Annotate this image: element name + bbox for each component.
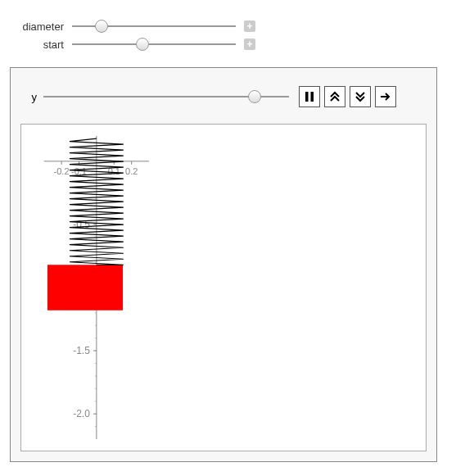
svg-text:0.2: 0.2 bbox=[125, 166, 138, 176]
slower-button[interactable] bbox=[350, 86, 371, 107]
y-thumb[interactable] bbox=[248, 90, 261, 103]
y-slider[interactable] bbox=[43, 90, 289, 103]
plot-area: -0.5-1.0-1.5-2.0-0.2-0.10.10.2 bbox=[33, 136, 414, 439]
y-row: y bbox=[20, 78, 427, 124]
faster-button[interactable] bbox=[324, 86, 345, 107]
plot-svg: -0.5-1.0-1.5-2.0-0.2-0.10.10.2 bbox=[33, 136, 414, 439]
animation-controls bbox=[299, 86, 396, 107]
start-expand-icon[interactable]: + bbox=[244, 39, 255, 50]
start-thumb[interactable] bbox=[136, 38, 149, 51]
output-frame: y -0.5-1.0-1 bbox=[10, 67, 437, 462]
y-label: y bbox=[24, 91, 43, 103]
arrow-right-icon bbox=[380, 91, 391, 102]
svg-rect-0 bbox=[305, 92, 309, 102]
diameter-slider[interactable] bbox=[72, 20, 236, 33]
diameter-row: diameter + bbox=[10, 20, 445, 33]
pause-icon bbox=[304, 91, 315, 102]
diameter-thumb[interactable] bbox=[95, 20, 108, 33]
controls-top: diameter + start + bbox=[10, 10, 445, 67]
forward-button[interactable] bbox=[375, 86, 396, 107]
svg-rect-43 bbox=[47, 265, 123, 311]
double-up-icon bbox=[329, 91, 341, 102]
start-label: start bbox=[10, 39, 72, 51]
plot-frame: -0.5-1.0-1.5-2.0-0.2-0.10.10.2 bbox=[20, 124, 427, 451]
diameter-label: diameter bbox=[10, 20, 72, 33]
double-down-icon bbox=[354, 91, 366, 102]
svg-text:-0.2: -0.2 bbox=[54, 166, 70, 176]
diameter-expand-icon[interactable]: + bbox=[244, 20, 255, 32]
svg-text:-2.0: -2.0 bbox=[73, 408, 90, 419]
pause-button[interactable] bbox=[299, 86, 320, 107]
start-row: start + bbox=[10, 38, 445, 51]
svg-text:-1.5: -1.5 bbox=[73, 345, 90, 356]
start-slider[interactable] bbox=[72, 38, 236, 51]
svg-rect-1 bbox=[311, 92, 314, 102]
